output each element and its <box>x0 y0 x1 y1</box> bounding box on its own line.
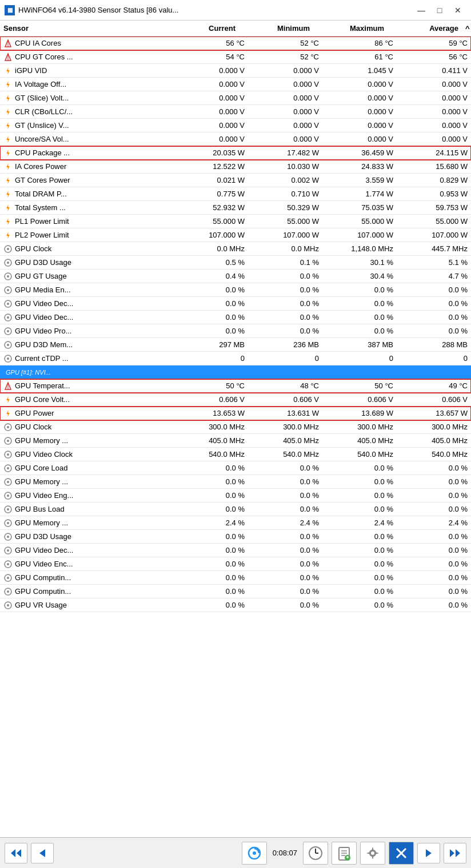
table-row[interactable]: GPU Computin... 0.0 % 0.0 % 0.0 % 0.0 % <box>0 585 471 598</box>
table-row[interactable]: GT (Slice) Volt... 0.000 V 0.000 V 0.000… <box>0 91 471 105</box>
current-value: 0.0 % <box>174 298 248 309</box>
close-button[interactable]: ✕ <box>449 3 466 17</box>
svg-marker-13 <box>6 191 10 198</box>
log-button[interactable] <box>332 842 357 865</box>
table-row[interactable]: GPU D3D Usage 0.0 % 0.0 % 0.0 % 0.0 % <box>0 530 471 544</box>
table-row[interactable]: GPU Memory ... 2.4 % 2.4 % 2.4 % 2.4 % <box>0 516 471 530</box>
svg-marker-11 <box>6 163 10 170</box>
table-row[interactable]: GPU GT Usage 0.4 % 0.0 % 30.4 % 4.7 % <box>0 270 471 283</box>
table-row[interactable]: GPU D3D Usage 0.5 % 0.1 % 30.1 % 5.1 % <box>0 256 471 270</box>
power-icon <box>3 395 13 404</box>
table-row[interactable]: GPU Video Eng... 0.0 % 0.0 % 0.0 % 0.0 % <box>0 489 471 503</box>
table-row[interactable]: IA Voltage Off... 0.000 V 0.000 V 0.000 … <box>0 78 471 91</box>
table-row[interactable]: GPU Memory ... 0.0 % 0.0 % 0.0 % 0.0 % <box>0 475 471 489</box>
average-value: 24.115 W <box>397 147 471 158</box>
nav-prev-button[interactable] <box>31 843 54 863</box>
svg-point-52 <box>7 508 9 511</box>
current-value: 0.000 V <box>174 106 248 117</box>
minimum-value: 0.0 % <box>248 271 322 282</box>
minimum-value: 17.482 W <box>248 147 322 158</box>
current-value: 0.021 W <box>174 175 248 186</box>
svg-marker-68 <box>17 849 21 857</box>
current-value: 2.4 % <box>174 517 248 528</box>
minimum-value: 10.030 W <box>248 161 322 172</box>
table-row[interactable]: Uncore/SA Vol... 0.000 V 0.000 V 0.000 V… <box>0 132 471 146</box>
current-value: 0.0 % <box>174 531 248 542</box>
table-row[interactable]: GPU Video Pro... 0.0 % 0.0 % 0.0 % 0.0 % <box>0 324 471 338</box>
table-body[interactable]: CPU IA Cores 56 °C 52 °C 86 °C 59 °C CPU… <box>0 37 471 837</box>
table-row[interactable]: GPU Media En... 0.0 % 0.0 % 0.0 % 0.0 % <box>0 283 471 297</box>
maximum-value: 0.0 % <box>322 504 397 515</box>
minimum-value: 0.000 V <box>248 106 322 117</box>
svg-marker-6 <box>6 95 10 102</box>
minimize-button[interactable]: — <box>413 3 430 17</box>
table-row[interactable]: GPU Clock 0.0 MHz 0.0 MHz 1,148.0 MHz 44… <box>0 242 471 256</box>
table-row[interactable]: GPU VR Usage 0.0 % 0.0 % 0.0 % 0.0 % <box>0 598 471 612</box>
table-row[interactable]: GPU D3D Mem... 297 MB 236 MB 387 MB 288 … <box>0 338 471 352</box>
close-button-footer[interactable] <box>389 842 414 865</box>
current-value: 297 MB <box>174 339 248 350</box>
nav-next-double-button[interactable] <box>444 843 466 863</box>
table-row[interactable]: GPU Video Dec... 0.0 % 0.0 % 0.0 % 0.0 % <box>0 311 471 324</box>
svg-point-60 <box>7 563 9 565</box>
table-row[interactable]: GPU Temperat... 50 °C 48 °C 50 °C 49 °C <box>0 379 471 393</box>
table-row[interactable]: GPU Video Enc... 0.0 % 0.0 % 0.0 % 0.0 % <box>0 557 471 571</box>
table-row[interactable]: GPU Power 13.653 W 13.631 W 13.689 W 13.… <box>0 407 471 420</box>
sensor-name-cell: GPU Video Dec... <box>0 545 174 556</box>
table-row[interactable]: GPU Core Load 0.0 % 0.0 % 0.0 % 0.0 % <box>0 461 471 475</box>
minimum-value: 0.0 % <box>248 504 322 515</box>
nav-prev-double-button[interactable] <box>5 843 27 863</box>
table-row[interactable]: GPU [#1]: NVI... <box>0 365 471 379</box>
table-row[interactable]: iGPU VID 0.000 V 0.000 V 1.045 V 0.411 V <box>0 64 471 78</box>
maximum-value: 55.000 W <box>322 216 397 227</box>
maximum-value: 13.689 W <box>322 408 397 419</box>
nav-next-button[interactable] <box>417 843 440 863</box>
header-maximum: Maximum <box>313 23 388 34</box>
maximize-button[interactable]: □ <box>431 3 448 17</box>
sensor-name-cell: GPU Video Dec... <box>0 298 174 310</box>
clock-button[interactable] <box>303 842 328 865</box>
table-row[interactable]: PL2 Power Limit 107.000 W 107.000 W 107.… <box>0 228 471 242</box>
minimum-value: 0.710 W <box>248 188 322 199</box>
table-row[interactable]: GPU Memory ... 405.0 MHz 405.0 MHz 405.0… <box>0 434 471 448</box>
table-row[interactable]: Current cTDP ... 0 0 0 0 <box>0 352 471 365</box>
average-value: 405.0 MHz <box>397 435 471 446</box>
table-row[interactable]: IA Cores Power 12.522 W 10.030 W 24.833 … <box>0 160 471 174</box>
maximum-value: 387 MB <box>322 339 397 350</box>
svg-marker-87 <box>426 849 432 857</box>
sensor-name: IA Cores Power <box>15 162 66 171</box>
current-value: 300.0 MHz <box>174 421 248 432</box>
circle-icon <box>3 423 13 432</box>
table-row[interactable]: GPU Core Volt... 0.606 V 0.606 V 0.606 V… <box>0 393 471 407</box>
header-scroll: ^ <box>462 23 471 34</box>
sensor-name-cell: GPU Video Pro... <box>0 326 174 337</box>
table-row[interactable]: CLR (CBo/LLC/... 0.000 V 0.000 V 0.000 V… <box>0 105 471 119</box>
svg-point-46 <box>7 467 9 469</box>
average-value: 445.7 MHz <box>397 243 471 254</box>
minimum-value: 13.631 W <box>248 408 322 419</box>
table-row[interactable]: CPU Package ... 20.035 W 17.482 W 36.459… <box>0 146 471 160</box>
svg-marker-89 <box>456 849 460 857</box>
minimum-value: 405.0 MHz <box>248 435 322 446</box>
table-row[interactable]: GPU Video Dec... 0.0 % 0.0 % 0.0 % 0.0 % <box>0 297 471 311</box>
table-row[interactable]: GT (Unslice) V... 0.000 V 0.000 V 0.000 … <box>0 119 471 132</box>
table-row[interactable]: Total DRAM P... 0.775 W 0.710 W 1.774 W … <box>0 187 471 201</box>
settings-button[interactable] <box>360 842 385 865</box>
table-row[interactable]: Total System ... 52.932 W 50.329 W 75.03… <box>0 201 471 215</box>
table-row[interactable]: GT Cores Power 0.021 W 0.002 W 3.559 W 0… <box>0 174 471 187</box>
table-row[interactable]: CPU GT Cores ... 54 °C 52 °C 61 °C 56 °C <box>0 50 471 64</box>
minimum-value: 0.000 V <box>248 93 322 103</box>
maximum-value: 1.045 V <box>322 65 397 76</box>
table-row[interactable]: CPU IA Cores 56 °C 52 °C 86 °C 59 °C <box>0 37 471 50</box>
table-row[interactable]: GPU Clock 300.0 MHz 300.0 MHz 300.0 MHz … <box>0 420 471 434</box>
table-row[interactable]: GPU Video Dec... 0.0 % 0.0 % 0.0 % 0.0 % <box>0 544 471 557</box>
table-row[interactable]: GPU Video Clock 540.0 MHz 540.0 MHz 540.… <box>0 448 471 461</box>
svg-point-24 <box>7 289 9 291</box>
table-row[interactable]: GPU Bus Load 0.0 % 0.0 % 0.0 % 0.0 % <box>0 503 471 516</box>
table-row[interactable]: PL1 Power Limit 55.000 W 55.000 W 55.000… <box>0 215 471 228</box>
table-row[interactable]: GPU Computin... 0.0 % 0.0 % 0.0 % 0.0 % <box>0 571 471 585</box>
sensor-name: GPU D3D Usage <box>15 258 71 267</box>
sensor-name: GPU Bus Load <box>15 505 65 513</box>
power-icon <box>3 176 13 185</box>
reset-button[interactable] <box>242 842 267 865</box>
